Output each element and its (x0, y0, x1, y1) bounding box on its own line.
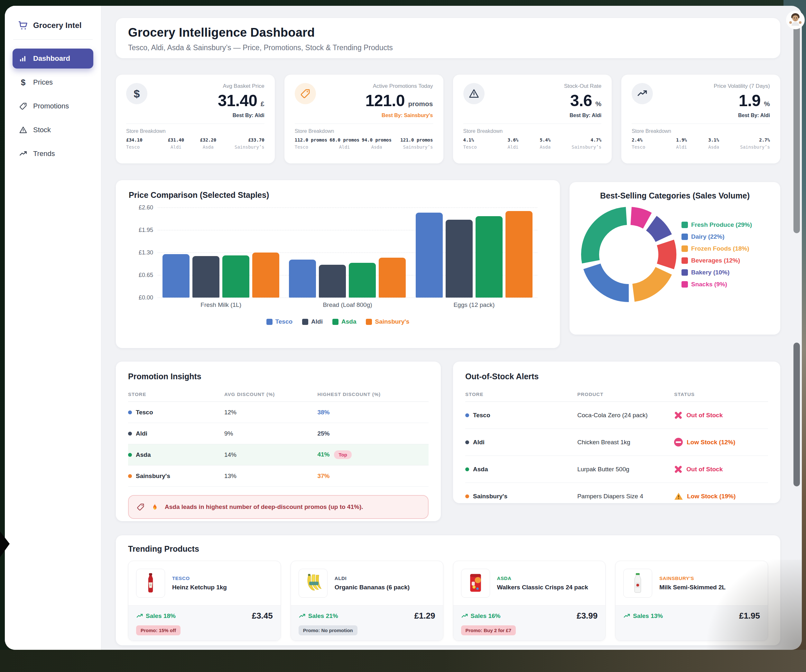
legend-label: Beverages (12%) (691, 257, 740, 264)
legend-label: Dairy (22%) (691, 233, 725, 240)
promo-badge: Promo: Buy 2 for £7 (461, 625, 516, 635)
card-title: Trending Products (128, 544, 768, 554)
breakdown-store: Asda (697, 144, 730, 150)
warning-icon (463, 83, 485, 104)
avatar[interactable] (786, 10, 805, 30)
bar-groups (158, 208, 537, 297)
sidebar-item-trends[interactable]: Trends (13, 144, 93, 164)
bar-asda[interactable] (476, 216, 502, 297)
bar-tesco[interactable] (289, 259, 316, 297)
donut-slice-beverages[interactable] (666, 243, 667, 267)
trend-up-icon (632, 83, 653, 104)
chart-title: Best-Selling Categories (Sales Volume) (577, 191, 773, 200)
legend-label: Fresh Produce (29%) (691, 221, 752, 228)
trend-up-icon (299, 613, 306, 619)
frame-bottom-band (0, 650, 806, 672)
person-avatar (786, 10, 805, 30)
app-logo-label: Grocery Intel (33, 21, 82, 30)
page-header: Grocery Intelligence Dashboard Tesco, Al… (116, 18, 780, 58)
product-card-milk-semi-skimmed[interactable]: SAINSBURY'S Milk Semi-Skimmed 2L Sales 1… (615, 561, 768, 641)
table-header: STORE PRODUCT STATUS (465, 388, 768, 402)
table-row: Tesco 12% 38% (128, 402, 429, 423)
legend-swatch (682, 269, 688, 276)
y-axis-tick: £1.30 (128, 249, 153, 256)
legend-swatch (302, 319, 308, 325)
highest-discount: 25% (317, 430, 329, 437)
store-breakdown: 2.4%Tesco 1.9%Aldi 3.1%Asda 2.7%Sainsbur… (632, 137, 770, 150)
legend-item: Frozen Foods (18%) (682, 245, 752, 252)
status-label: Low Stock (19%) (687, 493, 735, 500)
promo-badge: Promo: No promotion (299, 625, 357, 635)
bar-sainsburys[interactable] (505, 211, 532, 297)
store-name: Tesco (473, 412, 491, 419)
category-label: Bread (Loaf 800g) (284, 301, 411, 309)
bar-sainsburys[interactable] (379, 258, 406, 297)
scrollbar-thumb[interactable] (793, 19, 800, 233)
donut-slice-fresh[interactable] (590, 216, 626, 262)
legend-swatch (682, 281, 688, 287)
sidebar-item-stock[interactable]: Stock (13, 120, 93, 140)
sidebar-item-label: Prices (33, 78, 53, 86)
warning-icon (19, 126, 27, 134)
store-dot (465, 467, 469, 471)
product-store: ALDI (335, 576, 410, 581)
legend-item: Snacks (9%) (682, 281, 752, 288)
store-dot (128, 453, 132, 457)
sidebar-item-promotions[interactable]: Promotions (13, 96, 93, 116)
dashboard-page: Grocery Intel Dashboard $ Prices (5, 6, 802, 650)
product-card-walkers-crisps[interactable]: ASDA Walkers Classic Crisps 24 pack Sale… (453, 561, 606, 641)
x-icon (674, 465, 682, 474)
legend-item: Sainsbury's (366, 318, 409, 325)
bar-sainsburys[interactable] (252, 253, 279, 297)
sidebar-nav: Dashboard $ Prices Promotions Stock (5, 40, 101, 177)
tag-icon (19, 102, 27, 111)
y-axis-tick: £2.60 (128, 204, 153, 211)
breakdown-value: £32.20 (192, 137, 224, 142)
no-entry-icon (674, 438, 683, 446)
scrollbar-thumb[interactable] (793, 343, 800, 486)
table-row: Asda Lurpak Butter 500g Out of Stock (465, 456, 768, 483)
bar-aldi[interactable] (192, 256, 220, 297)
gridline (158, 297, 537, 298)
bar-aldi[interactable] (319, 265, 346, 297)
breakdown-value: 2.7% (730, 137, 770, 142)
store-breakdown: £34.10Tesco £31.40Aldi £32.20Asda £33.70… (126, 137, 264, 150)
breakdown-store: Aldi (497, 144, 529, 150)
avg-discount: 12% (224, 409, 317, 416)
dollar-icon: $ (19, 78, 27, 88)
kpi-value: 31.40 (218, 92, 258, 110)
legend-swatch (682, 234, 688, 240)
kpi-label: Active Promotions Today (365, 83, 433, 89)
legend-label: Bakery (10%) (691, 269, 729, 276)
kpi-card-stock-out-rate: Stock-Out Rate 3.6 % Best By: Aldi Store… (453, 74, 612, 163)
bar-tesco[interactable] (162, 254, 190, 297)
bar-asda[interactable] (222, 256, 249, 297)
store-breakdown: 112.0 promosTesco 68.0 promosAldi 94.0 p… (295, 137, 433, 150)
status-label: Out of Stock (686, 466, 723, 473)
product-price: £1.29 (414, 611, 435, 621)
kpi-label: Stock-Out Rate (564, 83, 601, 89)
bar-aldi[interactable] (446, 220, 472, 297)
legend-label: Tesco (276, 318, 293, 325)
sidebar-item-prices[interactable]: $ Prices (13, 73, 93, 92)
bar-tesco[interactable] (416, 213, 443, 297)
bar-asda[interactable] (349, 263, 376, 297)
sales-label: Sales 21% (308, 613, 338, 619)
donut-slice-snacks[interactable] (631, 216, 647, 221)
sidebar-item-dashboard[interactable]: Dashboard (13, 49, 93, 69)
donut-slice-frozen[interactable] (634, 271, 664, 293)
ketchup-bottle-image (139, 571, 162, 595)
breakdown-store: Asda (192, 144, 224, 150)
sidebar: Grocery Intel Dashboard $ Prices (5, 6, 101, 650)
kpi-unit: promos (408, 100, 433, 107)
highest-discount: 41% (317, 451, 329, 458)
tag-icon (295, 83, 316, 104)
highest-discount: 37% (317, 472, 329, 479)
product-card-organic-bananas[interactable]: ALDI Organic Bananas (6 pack) Sales 21% … (291, 561, 443, 641)
sales-trend: Sales 13% (623, 613, 663, 619)
donut-slice-bakery[interactable] (651, 223, 664, 238)
legend-swatch (366, 319, 372, 325)
product-name: Organic Bananas (6 pack) (335, 584, 410, 591)
product-card-heinz-ketchup[interactable]: TESCO Heinz Ketchup 1kg Sales 18% £3.45 … (128, 561, 281, 641)
donut-slice-dairy[interactable] (592, 266, 629, 293)
